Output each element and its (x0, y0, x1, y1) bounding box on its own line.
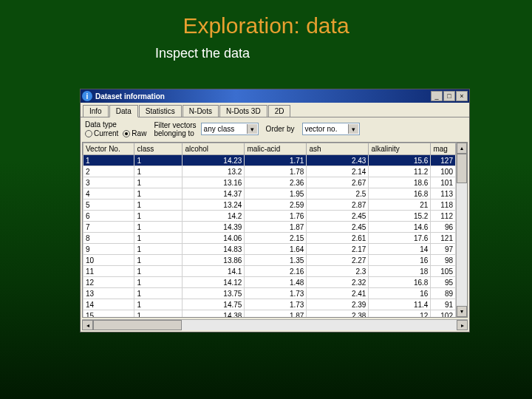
cell[interactable]: 18 (369, 266, 431, 277)
table-row[interactable]: 1114.231.712.4315.6127 (83, 155, 456, 166)
cell[interactable]: 2 (83, 166, 134, 177)
order-combo[interactable]: vector no. (302, 123, 360, 135)
table-row[interactable]: 14114.751.732.3911.491 (83, 299, 456, 310)
cell[interactable]: 14.06 (183, 233, 245, 244)
tab-ndots3d[interactable]: N-Dots 3D (219, 105, 267, 117)
table-row[interactable]: 15114.381.872.3812102 (83, 310, 456, 318)
cell[interactable]: 21 (369, 200, 431, 211)
cell[interactable]: 2.61 (307, 233, 369, 244)
cell[interactable]: 2.67 (307, 177, 369, 188)
cell[interactable]: 14.12 (183, 277, 245, 288)
cell[interactable]: 113 (431, 188, 456, 200)
cell[interactable]: 8 (83, 233, 134, 244)
cell[interactable]: 14 (83, 299, 134, 310)
cell[interactable]: 1.73 (245, 288, 307, 299)
table-row[interactable]: 6114.21.762.4515.2112 (83, 211, 456, 222)
cell[interactable]: 1 (134, 155, 183, 166)
cell[interactable]: 121 (431, 233, 456, 244)
scroll-right-button[interactable]: ▸ (457, 320, 468, 330)
cell[interactable]: 15.6 (369, 155, 431, 166)
col-alkalinity[interactable]: alkalinity (369, 143, 431, 155)
cell[interactable]: 2.16 (245, 266, 307, 277)
cell[interactable]: 14.1 (183, 266, 245, 277)
cell[interactable]: 1 (134, 233, 183, 244)
vertical-scrollbar[interactable]: ▴ ▾ (456, 143, 467, 317)
cell[interactable]: 1 (134, 211, 183, 222)
cell[interactable]: 14.2 (183, 211, 245, 222)
cell[interactable]: 1 (134, 244, 183, 255)
cell[interactable]: 2.36 (245, 177, 307, 188)
table-row[interactable]: 11114.12.162.318105 (83, 266, 456, 277)
cell[interactable]: 1 (83, 155, 134, 166)
cell[interactable]: 1.35 (245, 255, 307, 266)
cell[interactable]: 1.87 (245, 310, 307, 318)
cell[interactable]: 14.37 (183, 188, 245, 200)
cell[interactable]: 13.24 (183, 200, 245, 211)
cell[interactable]: 2.45 (307, 211, 369, 222)
table-row[interactable]: 4114.371.952.516.8113 (83, 188, 456, 200)
cell[interactable]: 14.75 (183, 299, 245, 310)
hscroll-track[interactable] (93, 320, 457, 330)
tab-info[interactable]: Info (83, 105, 109, 117)
table-row[interactable]: 8114.062.152.6117.6121 (83, 233, 456, 244)
cell[interactable]: 15.2 (369, 211, 431, 222)
cell[interactable]: 14.83 (183, 244, 245, 255)
cell[interactable]: 11.4 (369, 299, 431, 310)
cell[interactable]: 1.87 (245, 222, 307, 233)
cell[interactable]: 1 (134, 222, 183, 233)
cell[interactable]: 11 (83, 266, 134, 277)
tab-statistics[interactable]: Statistics (139, 105, 182, 117)
cell[interactable]: 10 (83, 255, 134, 266)
cell[interactable]: 127 (431, 155, 456, 166)
cell[interactable]: 16 (369, 288, 431, 299)
col-mag[interactable]: mag (431, 143, 456, 155)
radio-raw[interactable]: Raw (123, 129, 146, 137)
cell[interactable]: 1 (134, 255, 183, 266)
minimize-button[interactable]: _ (431, 91, 443, 101)
cell[interactable]: 2.43 (307, 155, 369, 166)
cell[interactable]: 5 (83, 200, 134, 211)
cell[interactable]: 2.41 (307, 288, 369, 299)
cell[interactable]: 18.6 (369, 177, 431, 188)
cell[interactable]: 1 (134, 166, 183, 177)
cell[interactable]: 7 (83, 222, 134, 233)
cell[interactable]: 98 (431, 255, 456, 266)
scroll-up-button[interactable]: ▴ (457, 143, 467, 154)
cell[interactable]: 95 (431, 277, 456, 288)
cell[interactable]: 17.6 (369, 233, 431, 244)
cell[interactable]: 1 (134, 288, 183, 299)
cell[interactable]: 14.38 (183, 310, 245, 318)
cell[interactable]: 14.6 (369, 222, 431, 233)
col-alcohol[interactable]: alcohol (183, 143, 245, 155)
cell[interactable]: 89 (431, 288, 456, 299)
cell[interactable]: 15 (83, 310, 134, 318)
tab-2d[interactable]: 2D (268, 105, 291, 117)
col-malic-acid[interactable]: malic-acid (245, 143, 307, 155)
cell[interactable]: 1.78 (245, 166, 307, 177)
table-row[interactable]: 9114.831.642.171497 (83, 244, 456, 255)
cell[interactable]: 91 (431, 299, 456, 310)
horizontal-scrollbar[interactable]: ◂ ▸ (82, 319, 468, 330)
cell[interactable]: 11.2 (369, 166, 431, 177)
cell[interactable]: 97 (431, 244, 456, 255)
table-row[interactable]: 10113.861.352.271698 (83, 255, 456, 266)
table-row[interactable]: 2113.21.782.1411.2100 (83, 166, 456, 177)
cell[interactable]: 13.2 (183, 166, 245, 177)
cell[interactable]: 2.27 (307, 255, 369, 266)
cell[interactable]: 2.87 (307, 200, 369, 211)
cell[interactable]: 1.64 (245, 244, 307, 255)
cell[interactable]: 118 (431, 200, 456, 211)
cell[interactable]: 1.73 (245, 299, 307, 310)
cell[interactable]: 3 (83, 177, 134, 188)
cell[interactable]: 1 (134, 188, 183, 200)
cell[interactable]: 1 (134, 310, 183, 318)
cell[interactable]: 16 (369, 255, 431, 266)
cell[interactable]: 13.75 (183, 288, 245, 299)
cell[interactable]: 16.8 (369, 277, 431, 288)
cell[interactable]: 1.76 (245, 211, 307, 222)
hscroll-thumb[interactable] (93, 320, 182, 330)
maximize-button[interactable]: □ (443, 91, 455, 101)
radio-current[interactable]: Current (85, 129, 118, 137)
cell[interactable]: 112 (431, 211, 456, 222)
cell[interactable]: 2.59 (245, 200, 307, 211)
